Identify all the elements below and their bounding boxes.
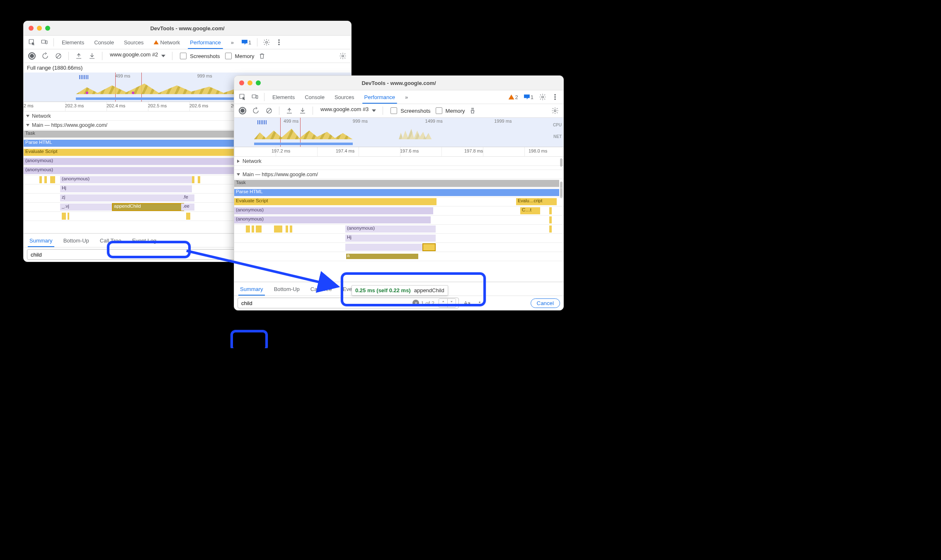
tab-console[interactable]: Console bbox=[300, 90, 329, 104]
tab-bottom-up[interactable]: Bottom-Up bbox=[58, 234, 94, 247]
load-profile-icon[interactable] bbox=[73, 50, 85, 62]
prev-result-button[interactable]: ˄ bbox=[439, 299, 447, 307]
result-stepper: ˄ ˅ bbox=[439, 298, 456, 308]
screenshots-checkbox[interactable]: Screenshots bbox=[180, 53, 220, 59]
performance-toolbar: www.google.com #2 Screenshots Memory bbox=[24, 49, 351, 63]
ct-bar[interactable]: C…t bbox=[520, 207, 540, 214]
zj-bar[interactable] bbox=[345, 244, 425, 251]
messages-chip[interactable]: 1 bbox=[521, 94, 536, 101]
task-bar[interactable]: Task bbox=[234, 180, 559, 187]
parse-html-bar[interactable]: Parse HTML bbox=[234, 189, 559, 196]
more-tabs-button[interactable]: » bbox=[400, 90, 412, 104]
window-title: DevTools - www.google.com/ bbox=[24, 25, 351, 32]
tab-summary[interactable]: Summary bbox=[235, 282, 268, 296]
ee-bar[interactable]: .ee bbox=[181, 204, 194, 211]
overview-tick: 499 ms bbox=[115, 73, 130, 78]
memory-checkbox[interactable]: Memory bbox=[436, 107, 465, 114]
timeline-overview[interactable]: 499 ms 999 ms 1499 ms 1999 ms CPU NET bbox=[234, 118, 563, 147]
minimize-window-button[interactable] bbox=[37, 26, 42, 31]
appendchild-bar[interactable]: appendChild bbox=[112, 204, 184, 211]
messages-chip[interactable]: 1 bbox=[239, 39, 254, 46]
ruler-tick: 202.4 ms bbox=[107, 103, 125, 108]
save-profile-icon[interactable] bbox=[297, 105, 308, 116]
devtools-window-2: DevTools - www.google.com/ Elements Cons… bbox=[234, 75, 564, 310]
tab-console[interactable]: Console bbox=[90, 36, 119, 49]
record-button[interactable] bbox=[237, 105, 248, 116]
fe-bar[interactable]: .fe bbox=[181, 194, 194, 201]
cancel-search-button[interactable]: Cancel bbox=[531, 298, 560, 308]
close-window-button[interactable] bbox=[29, 26, 34, 31]
ruler-tick: 197.4 ms bbox=[336, 148, 354, 153]
tab-elements[interactable]: Elements bbox=[268, 90, 299, 104]
settings-icon[interactable] bbox=[537, 91, 548, 103]
anon-bar[interactable]: (anonymous) bbox=[60, 176, 192, 183]
appendchild-bar[interactable]: a bbox=[345, 253, 419, 260]
tab-performance[interactable]: Performance bbox=[185, 36, 225, 49]
appendchild-text: a bbox=[347, 253, 349, 258]
zoom-window-button[interactable] bbox=[256, 80, 261, 85]
recording-select[interactable]: www.google.com #2 bbox=[107, 51, 168, 61]
inspect-element-icon[interactable] bbox=[237, 91, 248, 103]
tab-sources[interactable]: Sources bbox=[330, 90, 359, 104]
evaluate-script-bar[interactable]: Evaluate Script bbox=[234, 198, 437, 205]
evaluate-script-bar-short[interactable]: Evalu…cript bbox=[516, 198, 557, 205]
tab-network[interactable]: Network bbox=[149, 36, 185, 49]
warnings-chip[interactable]: 2 bbox=[506, 94, 521, 101]
capture-settings-icon[interactable] bbox=[337, 50, 349, 62]
record-button[interactable] bbox=[26, 50, 38, 62]
clear-button[interactable] bbox=[263, 105, 275, 116]
next-result-button[interactable]: ˅ bbox=[447, 299, 456, 307]
anon-bar[interactable]: (anonymous) bbox=[234, 207, 433, 214]
minimize-window-button[interactable] bbox=[247, 80, 252, 85]
kebab-menu-icon[interactable] bbox=[273, 36, 285, 48]
tab-call-tree[interactable]: Call Tree bbox=[95, 234, 126, 247]
kebab-menu-icon[interactable] bbox=[549, 91, 561, 103]
recording-select[interactable]: www.google.com #3 bbox=[317, 106, 378, 115]
scrollbar-thumb[interactable] bbox=[560, 158, 563, 167]
hj-bar[interactable]: Hj bbox=[345, 235, 436, 242]
flame-chart[interactable]: Network Main — https://www.google.com/ T… bbox=[234, 157, 563, 282]
device-toolbar-icon[interactable] bbox=[249, 91, 261, 103]
close-window-button[interactable] bbox=[239, 80, 244, 85]
tab-bottom-up[interactable]: Bottom-Up bbox=[269, 282, 305, 296]
delete-profile-icon[interactable] bbox=[256, 50, 268, 62]
reload-record-button[interactable] bbox=[250, 105, 262, 116]
anon-bar[interactable]: (anonymous) bbox=[345, 225, 436, 233]
hj-bar[interactable]: Hj bbox=[60, 185, 192, 192]
more-tabs-button[interactable]: » bbox=[226, 36, 238, 49]
inspect-element-icon[interactable] bbox=[26, 36, 38, 48]
case-sensitive-toggle[interactable]: Aa bbox=[462, 300, 472, 306]
save-profile-icon[interactable] bbox=[86, 50, 98, 62]
devtools-tabstrip: Elements Console Sources Performance » 2… bbox=[234, 90, 563, 104]
svg-rect-2 bbox=[46, 41, 47, 44]
tab-event-log[interactable]: Event Log bbox=[127, 234, 162, 247]
memory-checkbox[interactable]: Memory bbox=[225, 53, 255, 59]
tab-call-tree[interactable]: Call Tree bbox=[306, 282, 337, 296]
zj-bar[interactable]: zj bbox=[60, 194, 184, 201]
clear-search-icon[interactable]: × bbox=[412, 300, 419, 306]
reload-record-button[interactable] bbox=[39, 50, 51, 62]
clear-button[interactable] bbox=[53, 50, 64, 62]
tab-performance[interactable]: Performance bbox=[360, 90, 400, 104]
zoom-window-button[interactable] bbox=[45, 26, 50, 31]
screenshots-label: Screenshots bbox=[190, 53, 220, 59]
collect-garbage-icon[interactable] bbox=[467, 105, 478, 116]
tab-summary[interactable]: Summary bbox=[24, 234, 58, 247]
tab-elements[interactable]: Elements bbox=[57, 36, 89, 49]
time-ruler[interactable]: 197.2 ms 197.4 ms 197.6 ms 197.8 ms 198.… bbox=[234, 147, 563, 157]
screenshots-checkbox[interactable]: Screenshots bbox=[390, 107, 430, 114]
settings-icon[interactable] bbox=[261, 36, 272, 48]
main-track-header[interactable]: Main — https://www.google.com/ bbox=[234, 170, 563, 179]
device-toolbar-icon[interactable] bbox=[39, 36, 50, 48]
network-track-header[interactable]: Network bbox=[234, 157, 563, 166]
tab-sources[interactable]: Sources bbox=[119, 36, 148, 49]
search-input[interactable] bbox=[240, 300, 411, 307]
regex-toggle[interactable]: .* bbox=[475, 300, 483, 306]
load-profile-icon[interactable] bbox=[284, 105, 295, 116]
capture-settings-icon[interactable] bbox=[549, 105, 561, 116]
svg-point-17 bbox=[554, 110, 556, 112]
anon-bar[interactable]: (anonymous) bbox=[234, 216, 431, 223]
vj-bar[interactable]: _.vj bbox=[60, 204, 113, 211]
checkbox-icon bbox=[390, 107, 397, 114]
match-marker[interactable] bbox=[423, 244, 435, 251]
